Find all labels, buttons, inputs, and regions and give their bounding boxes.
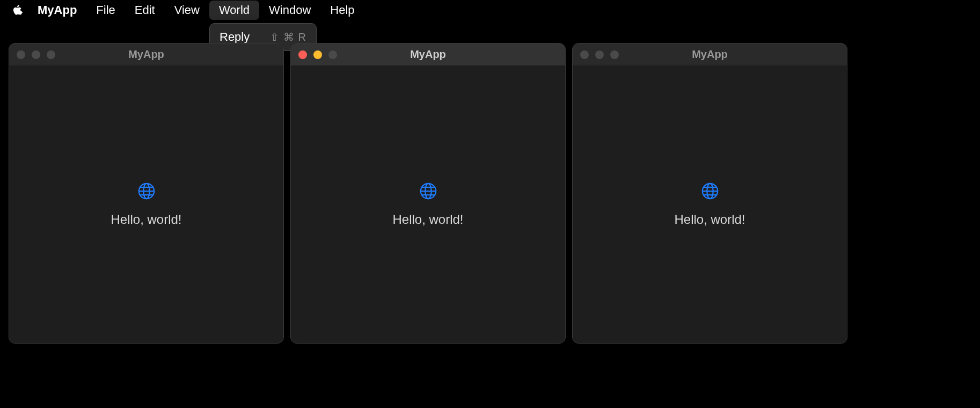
close-button[interactable]	[580, 50, 589, 59]
traffic-lights	[580, 50, 619, 59]
menubar-item-window[interactable]: Window	[259, 1, 320, 20]
minimize-button[interactable]	[313, 50, 322, 59]
zoom-button[interactable]	[328, 50, 337, 59]
menubar-item-edit[interactable]: Edit	[125, 1, 165, 20]
minimize-button[interactable]	[595, 50, 604, 59]
globe-icon	[419, 182, 437, 202]
menubar-app-name[interactable]: MyApp	[28, 1, 86, 20]
titlebar[interactable]: MyApp	[9, 43, 283, 66]
zoom-button[interactable]	[610, 50, 619, 59]
menubar-item-help[interactable]: Help	[320, 1, 364, 20]
hello-label: Hello, world!	[674, 212, 745, 227]
menu-item-shortcut: ⇧ ⌘ R	[270, 31, 306, 43]
menubar-item-world[interactable]: World	[209, 1, 259, 20]
traffic-lights	[17, 50, 55, 59]
window-content: Hello, world!	[9, 66, 283, 343]
minimize-button[interactable]	[32, 50, 40, 59]
apple-menu[interactable]	[6, 4, 28, 16]
titlebar[interactable]: MyApp	[291, 43, 565, 66]
close-button[interactable]	[298, 50, 307, 59]
window-content: Hello, world!	[291, 66, 565, 343]
traffic-lights	[298, 50, 337, 59]
menubar: MyApp File Edit View World Window Help	[0, 0, 980, 20]
globe-icon	[701, 182, 719, 202]
globe-icon	[137, 182, 156, 202]
window-title: MyApp	[128, 48, 164, 61]
menu-item-label: Reply	[220, 30, 250, 44]
titlebar[interactable]: MyApp	[573, 43, 847, 66]
desktop: MyApp Hello, world! MyApp Hello, world!	[9, 43, 847, 344]
app-window[interactable]: MyApp Hello, world!	[290, 43, 566, 344]
window-title: MyApp	[410, 48, 446, 61]
close-button[interactable]	[17, 50, 25, 59]
window-content: Hello, world!	[573, 66, 847, 343]
hello-label: Hello, world!	[392, 212, 463, 227]
app-window[interactable]: MyApp Hello, world!	[9, 43, 284, 344]
hello-label: Hello, world!	[111, 212, 181, 227]
window-title: MyApp	[692, 48, 728, 61]
app-window[interactable]: MyApp Hello, world!	[572, 43, 847, 344]
menubar-item-view[interactable]: View	[165, 1, 209, 20]
zoom-button[interactable]	[47, 50, 55, 59]
menubar-item-file[interactable]: File	[86, 1, 125, 20]
